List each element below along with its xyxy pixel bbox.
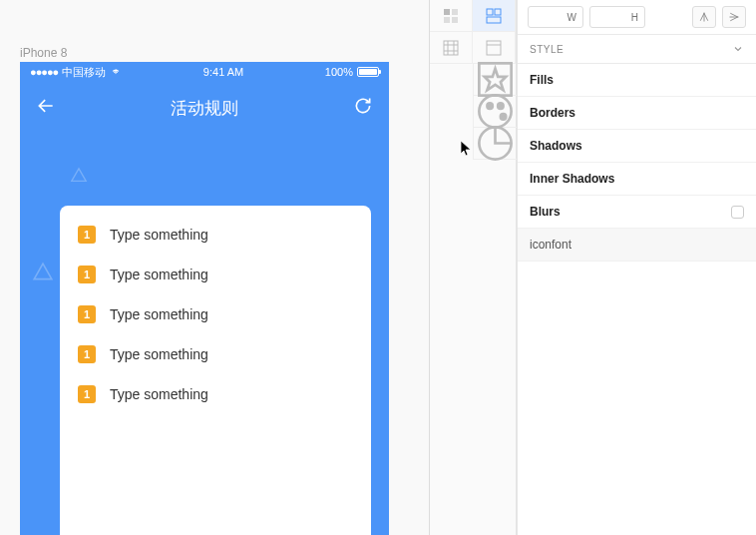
refresh-icon[interactable] <box>353 96 373 120</box>
decoration-triangle-icon <box>70 167 88 189</box>
rules-card: 1 Type something 1 Type something 1 Type… <box>60 206 371 535</box>
status-time: 9:41 AM <box>203 66 243 78</box>
style-header-label: STYLE <box>530 44 564 55</box>
wifi-icon <box>110 66 122 78</box>
signal-dots-icon: ●●●●● <box>30 66 58 78</box>
nav-title: 活动规则 <box>171 97 238 120</box>
shadows-row[interactable]: Shadows <box>518 130 756 163</box>
phone-artboard[interactable]: ●●●●● 中国移动 9:41 AM 100% 活动规则 1 Type some… <box>20 62 389 535</box>
rule-number-badge: 1 <box>78 385 96 403</box>
tool-layout-icon[interactable] <box>473 0 516 32</box>
blurs-row[interactable]: Blurs <box>518 196 756 229</box>
iconfont-row[interactable]: iconfont <box>518 229 756 262</box>
rule-item: 1 Type something <box>78 226 353 244</box>
status-bar: ●●●●● 中国移动 9:41 AM 100% <box>20 62 389 82</box>
style-section-header[interactable]: STYLE <box>518 35 756 64</box>
tool-strip <box>430 0 517 535</box>
chevron-down-icon <box>732 43 744 55</box>
nav-bar: 活动规则 <box>20 82 389 134</box>
flip-horizontal-icon[interactable] <box>692 6 716 28</box>
tool-grid-view-icon[interactable] <box>430 0 473 32</box>
svg-rect-3 <box>452 17 458 23</box>
svg-rect-6 <box>487 17 501 23</box>
svg-rect-0 <box>444 9 450 15</box>
fills-row[interactable]: Fills <box>518 64 756 97</box>
rule-number-badge: 1 <box>78 226 96 244</box>
rule-item: 1 Type something <box>78 385 353 403</box>
tool-grid-icon[interactable] <box>430 32 473 64</box>
svg-rect-4 <box>487 9 493 15</box>
rule-number-badge: 1 <box>78 305 96 323</box>
width-input[interactable] <box>528 6 583 28</box>
svg-rect-7 <box>444 41 458 55</box>
inspector-panel: STYLE Fills Borders Shadows Inner Shadow… <box>517 0 756 535</box>
svg-point-12 <box>498 103 503 108</box>
svg-point-13 <box>501 114 506 119</box>
rule-text: Type something <box>110 267 208 282</box>
back-icon[interactable] <box>36 96 56 120</box>
rule-text: Type something <box>110 227 208 243</box>
rule-item: 1 Type something <box>78 345 353 363</box>
rule-text: Type something <box>110 346 208 362</box>
borders-row[interactable]: Borders <box>518 97 756 130</box>
battery-icon <box>357 67 379 77</box>
decoration-triangle-icon <box>32 262 54 287</box>
svg-rect-2 <box>444 17 450 23</box>
rule-number-badge: 1 <box>78 266 96 283</box>
svg-point-11 <box>487 103 492 108</box>
rule-item: 1 Type something <box>78 266 353 283</box>
inner-shadows-row[interactable]: Inner Shadows <box>518 163 756 196</box>
carrier-label: 中国移动 <box>62 65 106 80</box>
flip-vertical-icon[interactable] <box>722 6 746 28</box>
rule-item: 1 Type something <box>78 305 353 323</box>
tool-pie-icon[interactable] <box>473 128 517 160</box>
rule-text: Type something <box>110 306 208 322</box>
cursor-icon <box>461 141 473 157</box>
height-input[interactable] <box>589 6 645 28</box>
canvas-area[interactable]: iPhone 8 ●●●●● 中国移动 9:41 AM 100% 活动规则 1 <box>0 0 429 535</box>
rule-number-badge: 1 <box>78 345 96 363</box>
rule-text: Type something <box>110 386 208 402</box>
device-label: iPhone 8 <box>20 46 67 60</box>
blurs-checkbox[interactable] <box>731 206 744 219</box>
svg-rect-8 <box>487 41 501 55</box>
battery-percent: 100% <box>325 66 353 78</box>
svg-rect-5 <box>495 9 501 15</box>
svg-rect-1 <box>452 9 458 15</box>
